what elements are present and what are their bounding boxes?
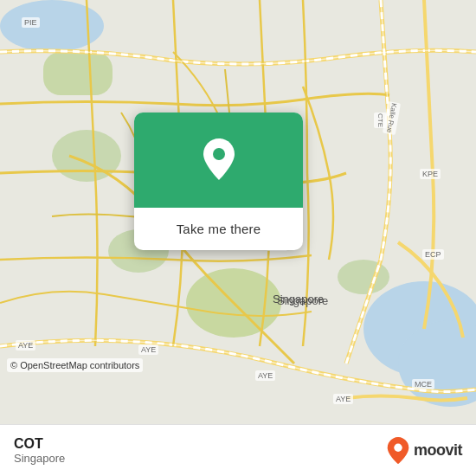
popup-button-area: Take me there — [134, 208, 303, 250]
map-attribution: © OpenStreetMap contributors — [7, 358, 143, 372]
location-info: COT Singapore — [14, 436, 65, 465]
svg-rect-8 — [43, 52, 113, 95]
svg-point-9 — [213, 148, 225, 160]
bottom-bar: COT Singapore moovit — [0, 424, 476, 476]
location-name: COT — [14, 436, 65, 452]
svg-point-10 — [394, 443, 402, 451]
moovit-text: moovit — [414, 441, 462, 460]
svg-point-6 — [338, 260, 389, 294]
take-me-there-button[interactable]: Take me there — [148, 218, 289, 240]
location-country: Singapore — [14, 452, 65, 465]
svg-point-7 — [52, 130, 121, 182]
location-pin-icon — [200, 137, 238, 183]
popup-green-area — [134, 113, 303, 208]
map-container: Singapore PIE CTE CTE KPE ECP AYE AYE AY… — [0, 0, 476, 424]
moovit-logo: moovit — [386, 436, 462, 466]
moovit-pin-icon — [386, 436, 410, 466]
popup-card: Take me there — [134, 113, 303, 250]
